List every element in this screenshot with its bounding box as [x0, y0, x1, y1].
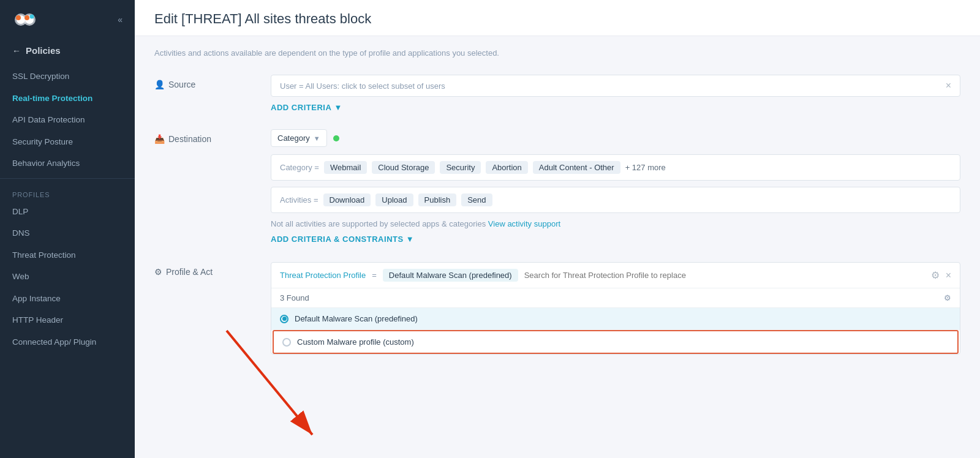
tag-cloud-storage[interactable]: Cloud Storage	[372, 161, 435, 174]
category-label-prefix: Category =	[280, 163, 319, 172]
sidebar-item-ssl[interactable]: SSL Decryption	[0, 66, 135, 88]
page-header: Edit [THREAT] All sites threats block	[135, 0, 980, 36]
destination-label: 📥 Destination	[154, 129, 246, 144]
profile-item-label-default: Default Malware Scan (predefined)	[295, 314, 418, 323]
page-body: Activities and actions available are dep…	[135, 36, 980, 458]
activity-note: Not all activities are supported by sele…	[271, 219, 960, 228]
source-field[interactable]: User = All Users: click to select subset…	[271, 75, 960, 97]
main-content: Edit [THREAT] All sites threats block Ac…	[135, 0, 980, 458]
profiles-section-label: PROFILES	[0, 182, 135, 201]
sidebar-item-realtime[interactable]: Real-time Protection	[0, 88, 135, 110]
profile-search-input[interactable]	[524, 271, 925, 280]
profile-content: Threat Protection Profile = Default Malw…	[271, 262, 960, 355]
add-criteria-constraints-button[interactable]: ADD CRITERIA & CONSTRAINTS ▼	[271, 235, 414, 244]
sidebar-item-threat-protection[interactable]: Threat Protection	[0, 244, 135, 266]
destination-icon: 📥	[154, 134, 165, 144]
back-arrow-icon: ←	[12, 46, 21, 56]
tag-webmail[interactable]: Webmail	[324, 161, 367, 174]
profile-gear-icon[interactable]: ⚙	[931, 269, 940, 281]
source-close-icon[interactable]: ×	[946, 80, 951, 91]
category-active-dot	[333, 135, 339, 141]
tag-adult-content[interactable]: Adult Content - Other	[533, 161, 620, 174]
found-count-gear-icon[interactable]: ⚙	[944, 293, 951, 302]
sidebar-item-api[interactable]: API Data Protection	[0, 109, 135, 131]
sidebar-item-app-instance[interactable]: App Instance	[0, 288, 135, 310]
profile-top-row: Threat Protection Profile = Default Malw…	[271, 263, 960, 288]
categories-tags-row: Category = Webmail Cloud Storage Securit…	[271, 154, 960, 181]
destination-section: 📥 Destination Category ▼ Category = Webm…	[154, 129, 960, 245]
radio-unselected-icon	[282, 338, 291, 347]
back-to-policies[interactable]: ← Policies	[0, 39, 135, 59]
svg-point-5	[24, 15, 29, 20]
profile-box: Threat Protection Profile = Default Malw…	[271, 262, 960, 355]
sidebar-logo-area: «	[0, 0, 135, 39]
radio-selected-icon	[280, 315, 288, 323]
source-icon: 👤	[154, 80, 165, 89]
tag-send[interactable]: Send	[461, 193, 492, 206]
profile-list-item-default[interactable]: Default Malware Scan (predefined)	[271, 308, 960, 330]
tag-abortion[interactable]: Abortion	[486, 161, 527, 174]
profile-item-label-custom: Custom Malware profile (custom)	[297, 337, 414, 347]
source-field-text: User = All Users: click to select subset…	[280, 81, 946, 91]
destination-top: Category ▼	[271, 129, 960, 147]
destination-content: Category ▼ Category = Webmail Cloud Stor…	[271, 129, 960, 245]
found-count-row: 3 Found ⚙	[271, 288, 960, 308]
activities-tags-row: Activities = Download Upload Publish Sen…	[271, 187, 960, 213]
source-label: 👤 Source	[154, 75, 246, 89]
tag-security[interactable]: Security	[440, 161, 481, 174]
found-count-text: 3 Found	[280, 293, 309, 302]
page-title: Edit [THREAT] All sites threats block	[154, 11, 960, 27]
profile-label: ⚙ Profile & Act	[154, 262, 246, 277]
category-select[interactable]: Category ▼	[271, 129, 327, 147]
sidebar-collapse-button[interactable]: «	[118, 15, 123, 24]
sidebar-item-web[interactable]: Web	[0, 266, 135, 288]
back-label: Policies	[26, 45, 61, 56]
profile-value-tag[interactable]: Default Malware Scan (predefined)	[383, 269, 518, 282]
tag-upload[interactable]: Upload	[375, 193, 413, 206]
sidebar: « ← Policies SSL Decryption Real-time Pr…	[0, 0, 135, 458]
view-activity-support-link[interactable]: View activity support	[488, 219, 560, 228]
profile-list-item-custom[interactable]: Custom Malware profile (custom)	[273, 330, 959, 354]
tag-publish[interactable]: Publish	[418, 193, 457, 206]
sidebar-item-dns[interactable]: DNS	[0, 222, 135, 244]
sidebar-item-behavior-analytics[interactable]: Behavior Analytics	[0, 152, 135, 175]
app-logo	[12, 11, 39, 28]
profile-type-label: Threat Protection Profile	[280, 271, 366, 280]
svg-point-6	[30, 15, 34, 19]
source-section: 👤 Source User = All Users: click to sele…	[154, 75, 960, 112]
sidebar-item-connected-app[interactable]: Connected App/ Plugin	[0, 331, 135, 353]
sidebar-item-dlp[interactable]: DLP	[0, 201, 135, 223]
profile-equals: =	[372, 271, 377, 280]
sidebar-nav: SSL Decryption Real-time Protection API …	[0, 59, 135, 359]
add-criteria-button[interactable]: ADD CRITERIA ▼	[271, 103, 342, 112]
sidebar-item-http-header[interactable]: HTTP Header	[0, 309, 135, 331]
source-content: User = All Users: click to select subset…	[271, 75, 960, 112]
profile-section: ⚙ Profile & Act Threat Protection Profil…	[154, 262, 960, 355]
subtitle: Activities and actions available are dep…	[154, 48, 960, 58]
sidebar-divider	[0, 178, 135, 179]
svg-point-4	[16, 15, 21, 20]
more-categories-tag[interactable]: + 127 more	[625, 163, 666, 172]
sidebar-item-security-posture[interactable]: Security Posture	[0, 131, 135, 153]
activities-label: Activities =	[280, 195, 318, 205]
profile-icon: ⚙	[154, 267, 162, 277]
tag-download[interactable]: Download	[323, 193, 371, 206]
category-chevron-icon: ▼	[314, 135, 320, 142]
profile-close-icon[interactable]: ×	[946, 270, 951, 281]
